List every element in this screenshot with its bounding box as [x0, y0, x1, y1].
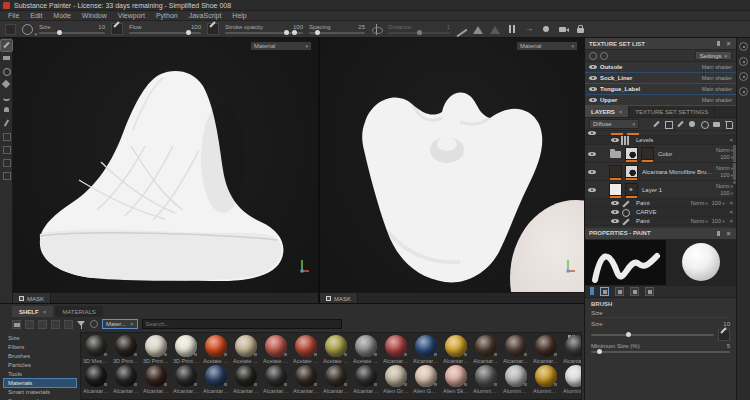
material-sphere-thumb[interactable]: [115, 335, 137, 357]
material-item[interactable]: Alcantara P...: [143, 365, 169, 394]
remove-filter-icon[interactable]: ×: [130, 321, 134, 327]
shelf-import-icon[interactable]: [25, 320, 34, 329]
material-sphere-thumb[interactable]: [295, 335, 317, 357]
material-sphere-thumb[interactable]: [175, 335, 197, 357]
add-effect-icon[interactable]: [652, 120, 660, 128]
material-sphere-thumb[interactable]: [205, 335, 227, 357]
texture-set-settings-button[interactable]: Settings: [695, 51, 732, 60]
mask-tab-left[interactable]: MASK: [13, 293, 51, 303]
material-sphere-thumb[interactable]: [175, 365, 197, 387]
prop-size-pressure-toggle[interactable]: [718, 329, 730, 341]
material-item[interactable]: Alcantara P...: [173, 365, 199, 394]
shelf-panel-icon[interactable]: [739, 87, 748, 96]
layer-thumb-2[interactable]: [625, 165, 638, 178]
opacity-select[interactable]: 100: [720, 172, 733, 179]
material-sphere-thumb[interactable]: [385, 335, 407, 357]
menu-item[interactable]: Mode: [53, 12, 71, 19]
menu-item[interactable]: File: [8, 12, 19, 19]
layer-visibility-eye-icon[interactable]: [611, 200, 619, 206]
menu-item[interactable]: Python: [156, 12, 178, 19]
alpha-icon[interactable]: [473, 24, 484, 35]
material-item[interactable]: Alcantara S...: [233, 365, 259, 394]
menu-item[interactable]: Window: [82, 12, 107, 19]
tool-button[interactable]: [1, 92, 12, 103]
layer-thumb-3[interactable]: [641, 147, 654, 160]
visibility-eye-icon[interactable]: [589, 97, 597, 103]
close-icon[interactable]: ×: [725, 40, 732, 47]
camera-button[interactable]: [558, 24, 569, 35]
material-sphere-thumb[interactable]: [505, 335, 527, 357]
distance-slider[interactable]: [388, 32, 450, 34]
add-smart-material-icon[interactable]: [688, 120, 696, 128]
material-item[interactable]: Aluminium ...: [503, 365, 529, 394]
min-size-slider[interactable]: [591, 351, 730, 353]
material-item[interactable]: 3D Mesh Te...: [83, 335, 109, 364]
symmetry-icon[interactable]: [371, 24, 382, 35]
texture-set-row[interactable]: Sock_Liner Main shader: [585, 73, 736, 84]
shelf-category-item[interactable]: Size: [4, 334, 76, 342]
shader-mode-select[interactable]: Material: [250, 41, 312, 51]
tool-button[interactable]: [1, 144, 12, 155]
shelf-link-icon[interactable]: [51, 320, 60, 329]
shelf-category-item[interactable]: Particles: [4, 361, 76, 369]
material-sphere-thumb[interactable]: [535, 335, 557, 357]
forward-button[interactable]: [524, 24, 535, 35]
display-settings-icon[interactable]: [739, 42, 748, 51]
texture-set-row[interactable]: Upper Main shader: [585, 95, 736, 106]
shelf-folder-icon[interactable]: [12, 320, 21, 329]
material-item[interactable]: Alcantara P...: [83, 365, 109, 394]
material-item[interactable]: Alcantara S...: [263, 365, 289, 394]
tool-button[interactable]: [1, 118, 12, 129]
add-mask-icon[interactable]: [700, 120, 708, 128]
material-item[interactable]: Alcantara F...: [503, 335, 529, 364]
material-sphere-thumb[interactable]: [415, 365, 437, 387]
material-item[interactable]: Acetate Clo...: [263, 335, 289, 364]
opacity-select[interactable]: 100: [712, 200, 725, 207]
material-sphere-thumb[interactable]: [355, 365, 377, 387]
material-sphere-thumb[interactable]: [355, 335, 377, 357]
remove-effect-icon[interactable]: ×: [729, 209, 733, 215]
pin-icon[interactable]: [715, 40, 722, 47]
visibility-eye-icon[interactable]: [589, 75, 597, 81]
material-item[interactable]: Acetate Int...: [203, 335, 229, 364]
visibility-eye-icon[interactable]: [589, 86, 597, 92]
material-item[interactable]: Alcantara Z...: [353, 365, 379, 394]
layer-row[interactable]: Large Terrazzo Flagstone Tiles Norm100 ×: [585, 226, 736, 228]
material-item[interactable]: Aluminium ...: [563, 365, 582, 394]
shelf-expand-icon[interactable]: [64, 320, 73, 329]
opacity-select[interactable]: 100: [720, 190, 733, 197]
viewport-3d-left[interactable]: Material MASK: [13, 38, 318, 303]
blend-mode-select[interactable]: Norm: [716, 183, 733, 190]
falloff-profile-icon[interactable]: [456, 24, 467, 35]
filter-sets-icon[interactable]: [589, 52, 597, 60]
tool-button[interactable]: [1, 79, 12, 90]
opacity-select[interactable]: 100: [720, 154, 733, 161]
tab-texture-set-settings[interactable]: TEXTURE SET SETTINGS: [629, 106, 715, 117]
texture-set-row[interactable]: Tongue_Label Main shader: [585, 84, 736, 95]
stencil-icon[interactable]: [490, 24, 501, 35]
stencil-settings-tab-icon[interactable]: [630, 287, 639, 296]
material-sphere-thumb[interactable]: [265, 365, 287, 387]
shelf-category-item[interactable]: Smart materials: [4, 388, 76, 396]
material-item[interactable]: 3D Printed ...: [113, 335, 139, 364]
remove-effect-icon[interactable]: ×: [729, 200, 733, 206]
layer-row[interactable]: Layer 1 Norm100 ×: [585, 181, 736, 199]
material-item[interactable]: Alcantara T...: [323, 365, 349, 394]
layer-thumb-1[interactable]: [609, 165, 622, 178]
material-sphere-thumb[interactable]: [265, 335, 287, 357]
blend-mode-select[interactable]: Norm: [716, 165, 733, 172]
size-slider[interactable]: [39, 32, 105, 34]
material-item[interactable]: Alien Skin B...: [443, 365, 469, 394]
tab-layers[interactable]: LAYERS: [585, 106, 629, 117]
material-item[interactable]: Acetate Bea...: [233, 335, 259, 364]
properties-close-icon[interactable]: ×: [725, 230, 732, 237]
shelf-category-item[interactable]: Materials: [4, 379, 76, 387]
remove-effect-icon[interactable]: ×: [729, 218, 733, 224]
material-item[interactable]: Alcantara P...: [113, 365, 139, 394]
texture-set-shader[interactable]: Main shader: [702, 86, 732, 92]
material-sphere-thumb[interactable]: [325, 365, 347, 387]
search-input[interactable]: [142, 319, 342, 329]
material-item[interactable]: Alcantara F...: [473, 335, 499, 364]
menu-item[interactable]: Edit: [30, 12, 42, 19]
shelf-category-item[interactable]: Brushes: [4, 352, 76, 360]
